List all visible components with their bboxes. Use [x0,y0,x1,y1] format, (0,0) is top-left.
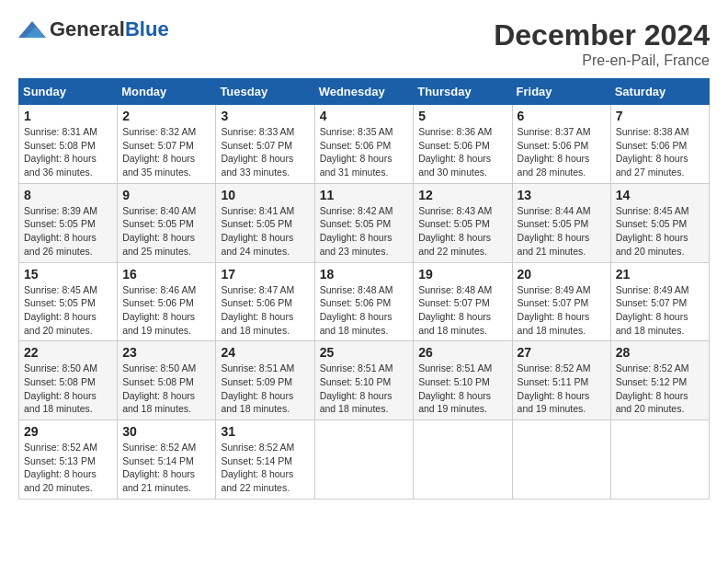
table-row: 30 Sunrise: 8:52 AMSunset: 5:14 PMDaylig… [118,420,216,500]
day-number: 23 [122,345,210,360]
table-row: 2 Sunrise: 8:32 AMSunset: 5:07 PMDayligh… [118,105,216,184]
table-row: 18 Sunrise: 8:48 AMSunset: 5:06 PMDaylig… [314,262,414,341]
day-number: 25 [320,345,409,360]
table-row: 23 Sunrise: 8:50 AMSunset: 5:08 PMDaylig… [118,341,216,420]
title-section: December 2024 Pre-en-Pail, France [494,18,710,69]
table-row: 16 Sunrise: 8:46 AMSunset: 5:06 PMDaylig… [118,262,216,341]
table-row [610,420,709,500]
day-number: 15 [24,267,112,282]
table-row: 5 Sunrise: 8:36 AMSunset: 5:06 PMDayligh… [414,105,512,184]
day-info: Sunrise: 8:51 AMSunset: 5:09 PMDaylight:… [221,362,294,414]
day-number: 7 [616,109,704,123]
calendar-week-row: 29 Sunrise: 8:52 AMSunset: 5:13 PMDaylig… [19,420,710,500]
day-number: 17 [221,267,309,282]
day-info: Sunrise: 8:49 AMSunset: 5:07 PMDaylight:… [518,284,591,336]
day-info: Sunrise: 8:50 AMSunset: 5:08 PMDaylight:… [122,362,196,414]
page-header: GeneralBlue December 2024 Pre-en-Pail, F… [18,18,710,69]
day-info: Sunrise: 8:45 AMSunset: 5:05 PMDaylight:… [616,205,689,257]
table-row: 14 Sunrise: 8:45 AMSunset: 5:05 PMDaylig… [610,183,709,262]
day-info: Sunrise: 8:44 AMSunset: 5:05 PMDaylight:… [518,205,591,257]
day-info: Sunrise: 8:39 AMSunset: 5:05 PMDaylight:… [24,205,97,257]
day-info: Sunrise: 8:36 AMSunset: 5:06 PMDaylight:… [418,126,492,178]
day-info: Sunrise: 8:45 AMSunset: 5:05 PMDaylight:… [24,284,97,336]
table-row: 26 Sunrise: 8:51 AMSunset: 5:10 PMDaylig… [414,341,512,420]
day-number: 11 [320,188,409,202]
day-number: 24 [221,345,309,360]
day-number: 31 [221,424,309,439]
col-sunday: Sunday [19,79,118,105]
day-number: 8 [24,188,112,202]
col-monday: Monday [118,79,216,105]
day-info: Sunrise: 8:38 AMSunset: 5:06 PMDaylight:… [616,126,689,178]
day-number: 30 [122,424,210,439]
table-row: 8 Sunrise: 8:39 AMSunset: 5:05 PMDayligh… [19,183,118,262]
day-info: Sunrise: 8:41 AMSunset: 5:05 PMDaylight:… [221,205,294,257]
day-info: Sunrise: 8:51 AMSunset: 5:10 PMDaylight:… [320,362,393,414]
calendar-header-row: Sunday Monday Tuesday Wednesday Thursday… [19,79,710,105]
day-info: Sunrise: 8:37 AMSunset: 5:06 PMDaylight:… [518,126,591,178]
day-info: Sunrise: 8:43 AMSunset: 5:05 PMDaylight:… [418,205,492,257]
table-row: 21 Sunrise: 8:49 AMSunset: 5:07 PMDaylig… [610,262,709,341]
table-row: 6 Sunrise: 8:37 AMSunset: 5:06 PMDayligh… [512,105,610,184]
day-number: 1 [24,109,112,123]
table-row: 15 Sunrise: 8:45 AMSunset: 5:05 PMDaylig… [19,262,118,341]
calendar-week-row: 22 Sunrise: 8:50 AMSunset: 5:08 PMDaylig… [19,341,710,420]
table-row: 7 Sunrise: 8:38 AMSunset: 5:06 PMDayligh… [610,105,709,184]
day-number: 4 [320,109,409,123]
table-row: 31 Sunrise: 8:52 AMSunset: 5:14 PMDaylig… [216,420,314,500]
calendar-title: December 2024 [494,18,710,52]
general-blue-icon [18,21,46,38]
day-info: Sunrise: 8:42 AMSunset: 5:05 PMDaylight:… [320,205,393,257]
table-row: 13 Sunrise: 8:44 AMSunset: 5:05 PMDaylig… [512,183,610,262]
table-row [512,420,610,500]
calendar-subtitle: Pre-en-Pail, France [494,52,710,69]
day-info: Sunrise: 8:52 AMSunset: 5:12 PMDaylight:… [616,362,689,414]
day-number: 9 [122,188,210,202]
table-row: 29 Sunrise: 8:52 AMSunset: 5:13 PMDaylig… [19,420,118,500]
logo: GeneralBlue [18,18,169,40]
table-row: 10 Sunrise: 8:41 AMSunset: 5:05 PMDaylig… [216,183,314,262]
logo-text: GeneralBlue [50,18,169,40]
day-number: 10 [221,188,309,202]
col-saturday: Saturday [610,79,709,105]
day-info: Sunrise: 8:52 AMSunset: 5:14 PMDaylight:… [122,442,196,493]
table-row: 27 Sunrise: 8:52 AMSunset: 5:11 PMDaylig… [512,341,610,420]
table-row: 25 Sunrise: 8:51 AMSunset: 5:10 PMDaylig… [314,341,414,420]
table-row: 24 Sunrise: 8:51 AMSunset: 5:09 PMDaylig… [216,341,314,420]
table-row: 28 Sunrise: 8:52 AMSunset: 5:12 PMDaylig… [610,341,709,420]
table-row: 17 Sunrise: 8:47 AMSunset: 5:06 PMDaylig… [216,262,314,341]
day-info: Sunrise: 8:52 AMSunset: 5:14 PMDaylight:… [221,442,294,493]
calendar-week-row: 15 Sunrise: 8:45 AMSunset: 5:05 PMDaylig… [19,262,710,341]
day-number: 12 [418,188,506,202]
table-row: 20 Sunrise: 8:49 AMSunset: 5:07 PMDaylig… [512,262,610,341]
calendar-table: Sunday Monday Tuesday Wednesday Thursday… [18,78,710,500]
day-number: 26 [418,345,506,360]
col-tuesday: Tuesday [216,79,314,105]
day-info: Sunrise: 8:48 AMSunset: 5:07 PMDaylight:… [418,284,492,336]
day-info: Sunrise: 8:48 AMSunset: 5:06 PMDaylight:… [320,284,393,336]
table-row: 4 Sunrise: 8:35 AMSunset: 5:06 PMDayligh… [314,105,414,184]
calendar-week-row: 1 Sunrise: 8:31 AMSunset: 5:08 PMDayligh… [19,105,710,184]
day-number: 28 [616,345,704,360]
table-row [314,420,414,500]
day-info: Sunrise: 8:31 AMSunset: 5:08 PMDaylight:… [24,126,97,178]
day-info: Sunrise: 8:47 AMSunset: 5:06 PMDaylight:… [221,284,294,336]
day-info: Sunrise: 8:50 AMSunset: 5:08 PMDaylight:… [24,362,97,414]
day-info: Sunrise: 8:33 AMSunset: 5:07 PMDaylight:… [221,126,294,178]
day-number: 20 [518,267,606,282]
day-number: 13 [518,188,606,202]
day-info: Sunrise: 8:32 AMSunset: 5:07 PMDaylight:… [122,126,196,178]
day-info: Sunrise: 8:52 AMSunset: 5:11 PMDaylight:… [518,362,591,414]
table-row: 9 Sunrise: 8:40 AMSunset: 5:05 PMDayligh… [118,183,216,262]
day-number: 2 [122,109,210,123]
day-info: Sunrise: 8:35 AMSunset: 5:06 PMDaylight:… [320,126,393,178]
day-number: 14 [616,188,704,202]
table-row: 1 Sunrise: 8:31 AMSunset: 5:08 PMDayligh… [19,105,118,184]
day-number: 22 [24,345,112,360]
day-number: 5 [418,109,506,123]
day-info: Sunrise: 8:40 AMSunset: 5:05 PMDaylight:… [122,205,196,257]
day-number: 21 [616,267,704,282]
table-row: 19 Sunrise: 8:48 AMSunset: 5:07 PMDaylig… [414,262,512,341]
table-row: 12 Sunrise: 8:43 AMSunset: 5:05 PMDaylig… [414,183,512,262]
table-row: 3 Sunrise: 8:33 AMSunset: 5:07 PMDayligh… [216,105,314,184]
